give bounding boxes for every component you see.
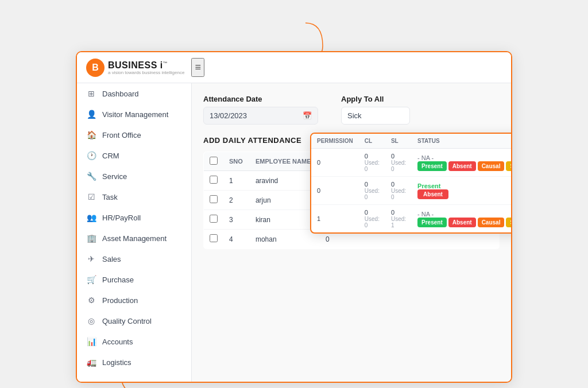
production-icon: ⚙ xyxy=(86,295,96,305)
row-3-checkbox[interactable] xyxy=(210,215,218,223)
absent-btn-1[interactable]: Absent xyxy=(448,161,476,171)
overlay-th-cl: CL xyxy=(359,134,385,149)
overlay-row-3-status: - NA - Present Absent Causal Sick xyxy=(412,205,511,233)
overlay-row-2-sl: 0 Used: 0 xyxy=(385,177,412,205)
service-icon: 🔧 xyxy=(86,171,96,181)
overlay-row-3-sl: 0 Used: 1 xyxy=(385,205,412,233)
overlay-row-2-buttons: Absent xyxy=(417,189,511,199)
overlay-row-1-buttons: Present Absent Causal Sick xyxy=(417,161,511,171)
sales-icon: ✈ xyxy=(86,254,96,264)
overlay-row-2: 0 0 Used: 0 0 Used: 0 Pre xyxy=(311,177,511,205)
sidebar-item-front-office[interactable]: 🏠 Front Office xyxy=(77,125,191,145)
row-2-sno: 2 xyxy=(223,191,250,210)
select-all-checkbox[interactable] xyxy=(210,157,218,165)
sidebar-item-purchase[interactable]: 🛒 Purchase xyxy=(77,269,191,290)
overlay-row-1-permission: 0 xyxy=(311,149,359,177)
apply-to-all-group: Apply To All xyxy=(341,95,410,125)
row-4-sno: 4 xyxy=(223,230,250,249)
sidebar-item-hr-payroll[interactable]: 👥 HR/PayRoll xyxy=(77,207,191,228)
present-btn-3[interactable]: Present xyxy=(417,218,447,227)
row-1-name: aravind xyxy=(250,171,320,191)
overlay-row-3-status-text: - NA - xyxy=(417,211,511,218)
sidebar-item-logistics[interactable]: 🚛 Logistics xyxy=(77,352,191,373)
logo-tagline: a vision towards business intelligence xyxy=(108,71,184,75)
sidebar-item-asset-management[interactable]: 🏢 Asset Management xyxy=(77,228,191,249)
sidebar-label-sales: Sales xyxy=(102,255,121,263)
overlay-th-permission: PERMISSION xyxy=(311,134,359,149)
hr-icon: 👥 xyxy=(86,212,96,223)
sidebar-label-service: Service xyxy=(102,172,127,181)
sidebar-label-quality: Quality Control xyxy=(102,317,152,325)
overlay-row-3: 1 0 Used: 0 0 Used: 1 - N xyxy=(311,205,511,233)
page-wrapper: B BUSINESS i™ a vision towards business … xyxy=(11,11,577,388)
logistics-icon: 🚛 xyxy=(86,357,96,367)
sick-btn-3[interactable]: Sick xyxy=(506,218,511,227)
causal-btn-1[interactable]: Causal xyxy=(478,161,505,171)
sidebar-item-dashboard[interactable]: ⊞ Dashboard xyxy=(77,83,191,104)
task-icon: ☑ xyxy=(86,192,96,202)
overlay-row-3-cl: 0 Used: 0 xyxy=(359,205,385,233)
visitor-icon: 👤 xyxy=(86,109,96,119)
row-3-sno: 3 xyxy=(223,210,250,230)
calendar-icon[interactable]: 📅 xyxy=(303,111,312,120)
overlay-row-2-present-label: Present xyxy=(417,183,440,189)
absent-btn-2[interactable]: Absent xyxy=(417,189,448,199)
sidebar-item-quality-control[interactable]: ◎ Quality Control xyxy=(77,311,191,331)
overlay-row-1-status: - NA - Present Absent Causal Sick xyxy=(412,149,511,177)
attendance-date-label: Attendance Date xyxy=(203,95,318,103)
row-2-checkbox[interactable] xyxy=(210,195,218,203)
attendance-date-group: Attendance Date 13/02/2023 📅 xyxy=(203,95,318,125)
overlay-row-3-permission: 1 xyxy=(311,205,359,233)
apply-to-all-input[interactable] xyxy=(341,107,410,125)
sidebar-label-logistics: Logistics xyxy=(102,358,131,367)
sidebar-label-accounts: Accounts xyxy=(102,337,133,346)
app-body: ⊞ Dashboard 👤 Visitor Management 🏠 Front… xyxy=(77,83,511,382)
quality-icon: ◎ xyxy=(86,316,96,326)
row-4-name: mohan xyxy=(250,230,320,249)
present-btn-1[interactable]: Present xyxy=(417,161,447,171)
front-office-icon: 🏠 xyxy=(86,130,96,140)
overlay-row-1-cl: 0 Used: 0 xyxy=(359,149,385,177)
sidebar-item-production[interactable]: ⚙ Production xyxy=(77,290,191,311)
row-1-checkbox[interactable] xyxy=(210,176,218,184)
sidebar-item-crm[interactable]: 🕐 CRM xyxy=(77,145,191,166)
row-3-name: kiran xyxy=(250,210,320,230)
sidebar-label-dashboard: Dashboard xyxy=(102,90,139,98)
overlay-table: PERMISSION CL SL STATUS 0 0 xyxy=(311,134,511,232)
sidebar-label-production: Production xyxy=(102,296,138,305)
sick-btn-1[interactable]: Sick xyxy=(506,161,511,171)
sidebar-label-hr: HR/PayRoll xyxy=(102,214,141,222)
logo-area: B BUSINESS i™ a vision towards business … xyxy=(86,59,184,77)
app-container: B BUSINESS i™ a vision towards business … xyxy=(76,51,512,383)
th-checkbox xyxy=(204,152,224,171)
causal-btn-3[interactable]: Causal xyxy=(478,218,505,227)
purchase-icon: 🛒 xyxy=(86,274,96,285)
sidebar-item-visitor-management[interactable]: 👤 Visitor Management xyxy=(77,104,191,125)
main-content: Attendance Date 13/02/2023 📅 Apply To Al… xyxy=(192,83,511,382)
sidebar-label-visitor: Visitor Management xyxy=(102,110,168,119)
sidebar-label-front-office: Front Office xyxy=(102,131,141,139)
hamburger-button[interactable]: ≡ xyxy=(191,58,204,77)
apply-to-all-label: Apply To All xyxy=(341,95,410,103)
accounts-icon: 📊 xyxy=(86,336,96,347)
overlay-row-2-cl: 0 Used: 0 xyxy=(359,177,385,205)
date-input-row[interactable]: 13/02/2023 📅 xyxy=(203,107,318,125)
sidebar-item-sales[interactable]: ✈ Sales xyxy=(77,249,191,269)
overlay-row-2-status: Present Absent xyxy=(412,177,511,205)
th-sno: SNO xyxy=(223,152,250,171)
crm-icon: 🕐 xyxy=(86,150,96,161)
overlay-row-1: 0 0 Used: 0 0 Used: 0 - N xyxy=(311,149,511,177)
sidebar-item-service[interactable]: 🔧 Service xyxy=(77,166,191,187)
absent-btn-3[interactable]: Absent xyxy=(448,218,476,227)
overlay-row-1-sl: 0 Used: 0 xyxy=(385,149,412,177)
row-2-name: arjun xyxy=(250,191,320,210)
logo-icon: B xyxy=(86,59,105,77)
sidebar-item-task[interactable]: ☑ Task xyxy=(77,187,191,207)
sidebar-item-accounts[interactable]: 📊 Accounts xyxy=(77,331,191,352)
date-value: 13/02/2023 xyxy=(210,111,298,120)
row-4-checkbox[interactable] xyxy=(210,234,218,242)
top-section: Attendance Date 13/02/2023 📅 Apply To Al… xyxy=(203,95,500,125)
asset-icon: 🏢 xyxy=(86,233,96,243)
sidebar-label-task: Task xyxy=(102,193,118,201)
sidebar-label-crm: CRM xyxy=(102,152,119,160)
